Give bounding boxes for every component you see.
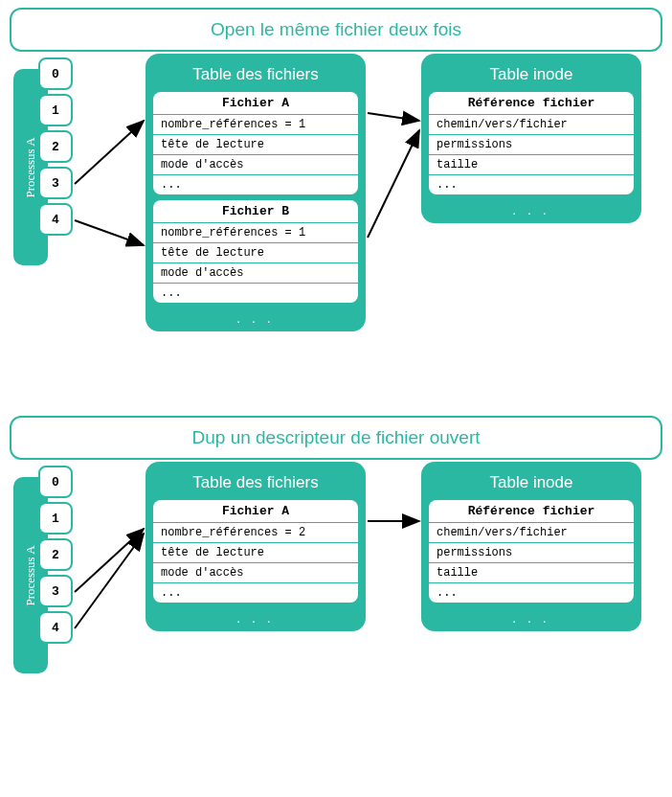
inode-entry: Référence fichier chemin/vers/fichier pe… bbox=[429, 92, 634, 194]
file-entry-header: Fichier A bbox=[153, 92, 358, 115]
svg-line-6 bbox=[75, 529, 144, 592]
inode-entry-2: Référence fichier chemin/vers/fichier pe… bbox=[429, 500, 634, 603]
fd-1: 1 bbox=[38, 94, 73, 126]
file-entry-header: Fichier A bbox=[153, 500, 358, 523]
file-entry-row: mode d'accès bbox=[153, 563, 358, 583]
file-entry-row: tête de lecture bbox=[153, 135, 358, 155]
file-table-title: Table des fichiers bbox=[153, 469, 358, 500]
inode-table-2: Table inode Référence fichier chemin/ver… bbox=[421, 462, 641, 631]
inode-entry-row: chemin/vers/fichier bbox=[429, 115, 634, 135]
inode-table-title: Table inode bbox=[429, 61, 634, 92]
svg-line-4 bbox=[368, 130, 419, 238]
file-entry-row: ... bbox=[153, 175, 358, 194]
file-entry-row: nombre_références = 2 bbox=[153, 523, 358, 543]
fd-2: 2 bbox=[38, 538, 73, 571]
inode-table-title: Table inode bbox=[429, 469, 634, 500]
fd-2: 2 bbox=[38, 130, 73, 163]
svg-line-1 bbox=[75, 121, 144, 184]
inode-entry-row: ... bbox=[429, 175, 634, 194]
inode-entry-header: Référence fichier bbox=[429, 92, 634, 115]
fd-3: 3 bbox=[38, 575, 73, 607]
file-table-title: Table des fichiers bbox=[153, 61, 358, 92]
file-entry-b: Fichier B nombre_références = 1 tête de … bbox=[153, 200, 358, 303]
file-entry-row: nombre_références = 1 bbox=[153, 115, 358, 135]
ellipsis: . . . bbox=[153, 308, 358, 326]
file-entry-row: ... bbox=[153, 284, 358, 303]
file-table-2: Table des fichiers Fichier A nombre_réfé… bbox=[146, 462, 366, 631]
inode-entry-row: taille bbox=[429, 563, 634, 583]
file-table-1: Table des fichiers Fichier A nombre_réfé… bbox=[146, 54, 366, 331]
inode-entry-row: permissions bbox=[429, 135, 634, 155]
fd-0: 0 bbox=[38, 57, 73, 90]
file-entry-row: mode d'accès bbox=[153, 263, 358, 284]
file-entry-row: tête de lecture bbox=[153, 543, 358, 563]
inode-entry-header: Référence fichier bbox=[429, 500, 634, 523]
process-label: Processus A bbox=[23, 545, 38, 605]
file-entry-row: mode d'accès bbox=[153, 155, 358, 175]
ellipsis: . . . bbox=[429, 608, 634, 626]
ellipsis: . . . bbox=[429, 200, 634, 217]
section1: Processus A 0 1 2 3 4 Table des fichiers… bbox=[0, 63, 672, 398]
section2-title: Dup un descripteur de fichier ouvert bbox=[10, 416, 662, 460]
section2: Processus A 0 1 2 3 4 Table des fichiers… bbox=[0, 471, 672, 740]
fd-list-1: 0 1 2 3 4 bbox=[38, 57, 73, 236]
process-label: Processus A bbox=[23, 137, 38, 197]
fd-0: 0 bbox=[38, 466, 73, 498]
file-entry-a: Fichier A nombre_références = 1 tête de … bbox=[153, 92, 358, 194]
section1-title: Open le même fichier deux fois bbox=[10, 8, 662, 52]
file-entry-row: tête de lecture bbox=[153, 243, 358, 263]
fd-4: 4 bbox=[38, 611, 73, 644]
svg-line-7 bbox=[75, 534, 144, 628]
inode-table-1: Table inode Référence fichier chemin/ver… bbox=[421, 54, 641, 223]
fd-list-2: 0 1 2 3 4 bbox=[38, 466, 73, 644]
inode-entry-row: taille bbox=[429, 155, 634, 175]
inode-entry-row: chemin/vers/fichier bbox=[429, 523, 634, 543]
svg-line-2 bbox=[75, 220, 144, 245]
inode-entry-row: permissions bbox=[429, 543, 634, 563]
fd-3: 3 bbox=[38, 167, 73, 199]
fd-4: 4 bbox=[38, 203, 73, 236]
file-entry-header: Fichier B bbox=[153, 200, 358, 223]
file-entry-row: ... bbox=[153, 583, 358, 603]
fd-1: 1 bbox=[38, 502, 73, 535]
file-entry-a2: Fichier A nombre_références = 2 tête de … bbox=[153, 500, 358, 603]
file-entry-row: nombre_références = 1 bbox=[153, 223, 358, 243]
svg-line-3 bbox=[368, 113, 419, 121]
ellipsis: . . . bbox=[153, 608, 358, 626]
inode-entry-row: ... bbox=[429, 583, 634, 603]
